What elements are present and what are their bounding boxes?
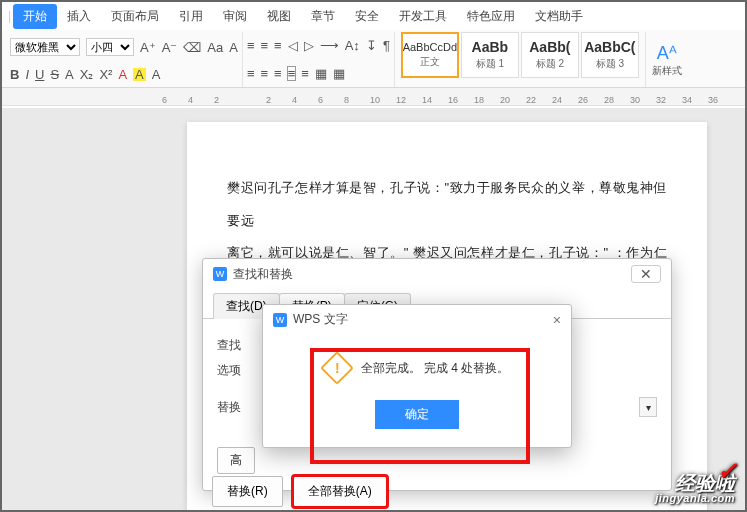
ruler-tick: 8 [344, 95, 348, 105]
shading-icon[interactable]: ▦ [315, 67, 327, 80]
msg-title: WPS 文字 [293, 311, 348, 328]
tab-insert[interactable]: 插入 [57, 4, 101, 29]
ruler-tick: 22 [526, 95, 530, 105]
close-button[interactable]: × [553, 312, 561, 328]
replace-button[interactable]: 替换(R) [212, 476, 283, 507]
highlight-icon[interactable]: A [133, 68, 146, 81]
paragraph[interactable]: 樊迟问孔子怎样才算是智，孔子说："致力于服务民众的义举，尊敬鬼神但要远 [227, 172, 667, 237]
indent-icon[interactable]: ▷ [304, 39, 314, 52]
tab-section[interactable]: 章节 [301, 4, 345, 29]
ruler-tick: 14 [422, 95, 426, 105]
ruler: 6 4 2 2 4 6 8 10 12 14 16 18 20 22 24 26… [2, 88, 745, 106]
bold-icon[interactable]: B [10, 68, 19, 81]
strike-icon[interactable]: S [50, 68, 59, 81]
tab-review[interactable]: 审阅 [213, 4, 257, 29]
warning-icon: ! [320, 351, 354, 385]
style-heading2[interactable]: AaBb( 标题 2 [521, 32, 579, 78]
ruler-tick: 6 [162, 95, 166, 105]
new-style-label: 新样式 [652, 64, 682, 78]
msg-titlebar[interactable]: W WPS 文字 × [263, 305, 571, 334]
style-preview: AaBb( [529, 39, 570, 55]
close-button[interactable]: ✕ [631, 265, 661, 283]
ruler-tick: 2 [214, 95, 218, 105]
linespacing-icon[interactable]: ≡ [301, 67, 309, 80]
style-caption: 标题 3 [596, 57, 624, 71]
align-left-icon[interactable]: ≡ [247, 67, 255, 80]
style-heading1[interactable]: AaBb 标题 1 [461, 32, 519, 78]
tab-pagelayout[interactable]: 页面布局 [101, 4, 169, 29]
paragraph-group: ≡ ≡ ≡ ◁ ▷ ⟶ A↕ ↧ ¶ ≡ ≡ ≡ ≡ ≡ ▦ ▦ [243, 32, 395, 87]
showmarks-icon[interactable]: ¶ [383, 39, 390, 52]
style-heading3[interactable]: AaBbC( 标题 3 [581, 32, 639, 78]
subscript-icon[interactable]: X₂ [80, 68, 94, 81]
dropdown-icon[interactable]: ▾ [639, 397, 657, 417]
ruler-tick: 20 [500, 95, 504, 105]
superscript-icon[interactable]: X² [99, 68, 112, 81]
change-case-icon[interactable]: Aa [207, 41, 223, 54]
dialog-footer-buttons: 替换(R) 全部替换(A) [212, 476, 387, 507]
fontcolor-icon[interactable]: A [118, 68, 127, 81]
ruler-tick: 36 [708, 95, 712, 105]
underline-icon[interactable]: U [35, 68, 44, 81]
style-preview: AaBbC( [584, 39, 635, 55]
app-icon: W [213, 267, 227, 281]
ruler-tick: 4 [292, 95, 296, 105]
italic-icon[interactable]: I [25, 68, 29, 81]
tab-reference[interactable]: 引用 [169, 4, 213, 29]
tab-security[interactable]: 安全 [345, 4, 389, 29]
borders-icon[interactable]: ▦ [333, 67, 345, 80]
watermark-en: jingyanla.com [655, 493, 735, 504]
msg-text: 全部完成。 完成 4 处替换。 [361, 360, 510, 377]
font-effects-icon[interactable]: A [229, 41, 238, 54]
tab-devtools[interactable]: 开发工具 [389, 4, 457, 29]
message-dialog: W WPS 文字 × ! 全部完成。 完成 4 处替换。 确定 [262, 304, 572, 448]
menu-tabs: | 开始 插入 页面布局 引用 审阅 视图 章节 安全 开发工具 特色应用 文档… [2, 2, 745, 30]
style-preview: AaBb [472, 39, 509, 55]
linespace-a-icon[interactable]: A↕ [345, 39, 360, 52]
tab-helper[interactable]: 文档助手 [525, 4, 593, 29]
watermark: ✓ 经验啦 jingyanla.com [655, 473, 735, 504]
ruler-tick: 24 [552, 95, 556, 105]
ribbon: 微软雅黑 小四 A⁺ A⁻ ⌫ Aa A B I U S A X₂ X² A A… [2, 30, 745, 88]
dialog-title: 查找和替换 [233, 266, 293, 283]
style-caption: 标题 1 [476, 57, 504, 71]
ruler-tick: 32 [656, 95, 660, 105]
grow-font-icon[interactable]: A⁺ [140, 41, 156, 54]
font-name-select[interactable]: 微软雅黑 [10, 38, 80, 56]
tab-special[interactable]: 特色应用 [457, 4, 525, 29]
ruler-tick: 12 [396, 95, 400, 105]
outdent-icon[interactable]: ◁ [288, 39, 298, 52]
shrink-font-icon[interactable]: A⁻ [162, 41, 178, 54]
advanced-row: 高 [217, 447, 657, 474]
dialog-titlebar[interactable]: W 查找和替换 ✕ [203, 259, 671, 289]
sort-icon[interactable]: ↧ [366, 39, 377, 52]
ruler-tick: 10 [370, 95, 374, 105]
ruler-tick: 26 [578, 95, 582, 105]
ruler-tick: 16 [448, 95, 452, 105]
align-center-icon[interactable]: ≡ [261, 67, 269, 80]
ok-button[interactable]: 确定 [375, 400, 459, 429]
font-group: 微软雅黑 小四 A⁺ A⁻ ⌫ Aa A B I U S A X₂ X² A A… [6, 32, 243, 87]
fontcolor-a-icon[interactable]: A [65, 68, 74, 81]
charshade-icon[interactable]: A [152, 68, 161, 81]
align-justify-icon[interactable]: ≡ [288, 67, 296, 80]
numbering-icon[interactable]: ≡ [261, 39, 269, 52]
advanced-button[interactable]: 高 [217, 447, 255, 474]
multilevel-icon[interactable]: ≡ [274, 39, 282, 52]
ruler-tick: 18 [474, 95, 478, 105]
ruler-tick: 4 [188, 95, 192, 105]
style-caption: 标题 2 [536, 57, 564, 71]
styles-gallery: AaBbCcDd 正文 AaBb 标题 1 AaBb( 标题 2 AaBbC( … [395, 32, 646, 87]
new-style-button[interactable]: Aᴬ 新样式 [646, 32, 688, 87]
tab-view[interactable]: 视图 [257, 4, 301, 29]
bullets-icon[interactable]: ≡ [247, 39, 255, 52]
replace-all-button[interactable]: 全部替换(A) [293, 476, 387, 507]
font-size-select[interactable]: 小四 [86, 38, 134, 56]
clear-format-icon[interactable]: ⌫ [183, 41, 201, 54]
align-right-icon[interactable]: ≡ [274, 67, 282, 80]
ruler-tick: 30 [630, 95, 634, 105]
tab-start[interactable]: 开始 [13, 4, 57, 29]
style-normal[interactable]: AaBbCcDd 正文 [401, 32, 459, 78]
divider: | [8, 9, 11, 23]
tab-icon[interactable]: ⟶ [320, 39, 339, 52]
